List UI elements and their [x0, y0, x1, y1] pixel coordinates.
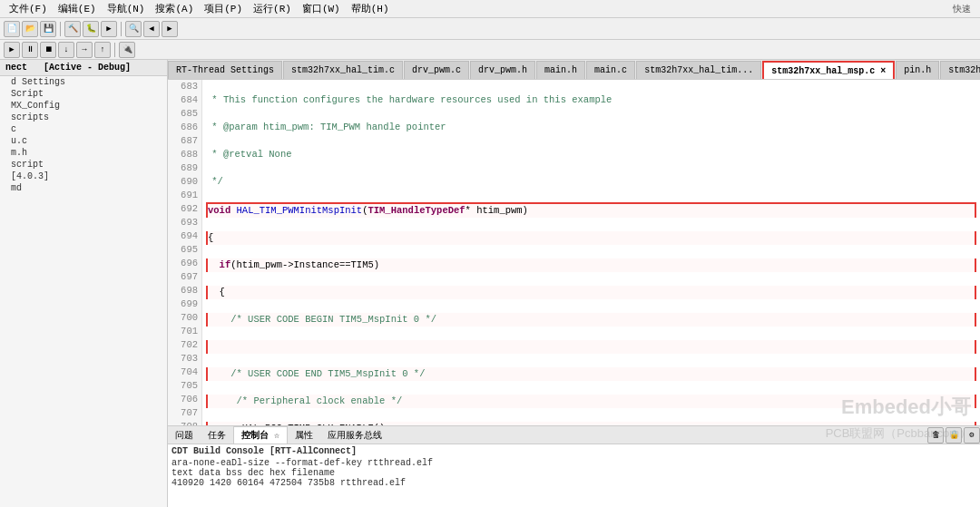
ln-696: 696: [172, 257, 198, 270]
ln-695: 695: [172, 243, 198, 257]
console-line-1: ara-none-eaDl-size --format-def-key rtth…: [172, 458, 976, 468]
tab-hal-tim-c[interactable]: stm32h7xx_hal_tim.c: [283, 61, 403, 79]
sidebar-item-mxconfig[interactable]: MX_Config: [0, 100, 167, 112]
ln-685: 685: [172, 107, 198, 121]
toolbar-sep2: [121, 22, 122, 36]
sidebar-item-uc[interactable]: u.c: [0, 135, 167, 147]
bottom-tab-service-bus[interactable]: 应用服务总线: [320, 427, 389, 444]
code-line-683: * This function configures the hardware …: [206, 93, 976, 107]
bottom-panel: 问题 任务 控制台 ☆ 属性 应用服务总线 🗑 🔒 ⚙ CDT Build Co…: [168, 425, 980, 507]
run-btn[interactable]: ▶: [101, 21, 117, 37]
line-numbers: 683 684 685 686 687 688 689 690 691 692 …: [168, 80, 202, 425]
content-area: RT-Thread Settings stm32h7xx_hal_tim.c d…: [168, 60, 980, 507]
code-line-692: [206, 340, 976, 354]
bottom-tab-tasks[interactable]: 任务: [201, 427, 233, 444]
console-content: CDT Build Console [RTT-AllConnect] ara-n…: [168, 444, 980, 507]
save-btn[interactable]: 💾: [40, 21, 56, 37]
ln-692: 692: [172, 202, 198, 216]
connect-btn[interactable]: 🔌: [119, 42, 135, 58]
ln-705: 705: [172, 379, 198, 393]
tab-hal-tim-ellipsis[interactable]: stm32h7xx_hal_tim...: [636, 61, 761, 79]
new-btn[interactable]: 📄: [4, 21, 20, 37]
sidebar-item-mh[interactable]: m.h: [0, 147, 167, 159]
code-line-694: /* Peripheral clock enable */: [206, 395, 976, 408]
console-line-2: text data bss dec hex filename: [172, 468, 976, 478]
menu-help[interactable]: 帮助(H): [346, 2, 395, 15]
step-return-btn[interactable]: ↑: [94, 42, 111, 58]
code-line-685: * @retval None: [206, 148, 976, 161]
quick-access: 快速: [947, 3, 976, 15]
stop-btn[interactable]: ⏹: [40, 42, 56, 58]
code-line-688: {: [206, 231, 976, 245]
menu-file[interactable]: 文件(F): [4, 2, 53, 15]
ln-706: 706: [172, 393, 198, 406]
toolbar-sep1: [60, 22, 61, 36]
sidebar-item-md[interactable]: md: [0, 182, 167, 194]
ln-687: 687: [172, 134, 198, 148]
ln-694: 694: [172, 229, 198, 243]
ln-691: 691: [172, 189, 198, 202]
sidebar-item-script[interactable]: Script: [0, 88, 167, 100]
main-toolbar: 📄 📂 💾 🔨 🐛 ▶ 🔍 ◀ ▶: [0, 18, 980, 40]
code-line-687: void HAL_TIM_PWMInitMspInit(TIM_HandleTy…: [206, 202, 976, 218]
step-over-btn[interactable]: →: [76, 42, 93, 58]
tab-rtthread-settings[interactable]: RT-Thread Settings: [168, 61, 282, 79]
tab-main-c[interactable]: main.c: [586, 61, 635, 79]
fwd-btn[interactable]: ▶: [162, 21, 178, 37]
ln-701: 701: [172, 325, 198, 338]
bottom-tab-console[interactable]: 控制台 ☆: [233, 426, 288, 444]
sidebar-item-settings[interactable]: d Settings: [0, 76, 167, 88]
tab-hal-rcc-h[interactable]: stm32h7xx_hal_rcc.h: [940, 61, 980, 79]
bottom-tabs: 问题 任务 控制台 ☆ 属性 应用服务总线 🗑 🔒 ⚙: [168, 426, 980, 444]
tab-pin-h[interactable]: pin.h: [896, 61, 939, 79]
tab-drv-pwm-h[interactable]: drv_pwm.h: [470, 61, 535, 79]
open-btn[interactable]: 📂: [22, 21, 38, 37]
code-content: 683 684 685 686 687 688 689 690 691 692 …: [168, 80, 980, 425]
ln-699: 699: [172, 297, 198, 311]
code-line-686: */: [206, 175, 976, 189]
sidebar-item-c[interactable]: c: [0, 123, 167, 135]
ln-698: 698: [172, 284, 198, 297]
console-settings-btn[interactable]: ⚙: [964, 427, 980, 444]
build-btn[interactable]: 🔨: [64, 21, 81, 37]
suspend-btn[interactable]: ⏸: [22, 42, 38, 58]
menu-window[interactable]: 窗口(W): [297, 2, 346, 15]
main-layout: nect [Active - Debug] d Settings Script …: [0, 60, 980, 507]
tabs-bar: RT-Thread Settings stm32h7xx_hal_tim.c d…: [168, 60, 980, 80]
bottom-tab-problems[interactable]: 问题: [168, 427, 201, 444]
secondary-toolbar: ▶ ⏸ ⏹ ↓ → ↑ 🔌: [0, 40, 980, 60]
sidebar-item-scripts[interactable]: scripts: [0, 112, 167, 123]
bottom-tab-properties[interactable]: 属性: [288, 427, 320, 444]
sidebar-item-version[interactable]: [4.0.3]: [0, 171, 167, 182]
code-line-689: if(htim_pwm->Instance==TIM5): [206, 258, 976, 272]
back-btn[interactable]: ◀: [143, 21, 160, 37]
clear-console-btn[interactable]: 🗑: [927, 427, 944, 444]
menu-bar: 文件(F) 编辑(E) 导航(N) 搜索(A) 项目(P) 运行(R) 窗口(W…: [0, 0, 980, 18]
ln-686: 686: [172, 121, 198, 134]
menu-run[interactable]: 运行(R): [248, 2, 297, 15]
console-line-3: 410920 1420 60164 472504 735b8 rtthread.…: [172, 478, 976, 488]
ln-683: 683: [172, 80, 198, 93]
ln-693: 693: [172, 216, 198, 229]
scroll-lock-btn[interactable]: 🔒: [946, 427, 962, 444]
ln-704: 704: [172, 366, 198, 379]
sidebar-header: nect [Active - Debug]: [0, 60, 167, 76]
menu-search[interactable]: 搜索(A): [150, 2, 199, 15]
step-into-btn[interactable]: ↓: [58, 42, 74, 58]
code-lines[interactable]: * This function configures the hardware …: [202, 80, 980, 425]
bottom-toolbar-right: 🗑 🔒 ⚙: [927, 427, 980, 444]
debug-btn[interactable]: 🐛: [83, 21, 99, 37]
search-btn[interactable]: 🔍: [125, 21, 142, 37]
tab-hal-msp-c[interactable]: stm32h7xx_hal_msp.c ×: [762, 61, 895, 79]
code-editor: 683 684 685 686 687 688 689 690 691 692 …: [168, 80, 980, 425]
resume-btn[interactable]: ▶: [4, 42, 20, 58]
menu-project[interactable]: 项目(P): [199, 2, 248, 15]
ln-684: 684: [172, 93, 198, 107]
menu-navigate[interactable]: 导航(N): [102, 2, 151, 15]
tab-main-h[interactable]: main.h: [536, 61, 585, 79]
menu-edit[interactable]: 编辑(E): [53, 2, 102, 15]
sidebar-item-script2[interactable]: script: [0, 159, 167, 171]
tab-drv-pwm-c[interactable]: drv_pwm.c: [404, 61, 469, 79]
ln-707: 707: [172, 406, 198, 420]
ln-689: 689: [172, 161, 198, 175]
